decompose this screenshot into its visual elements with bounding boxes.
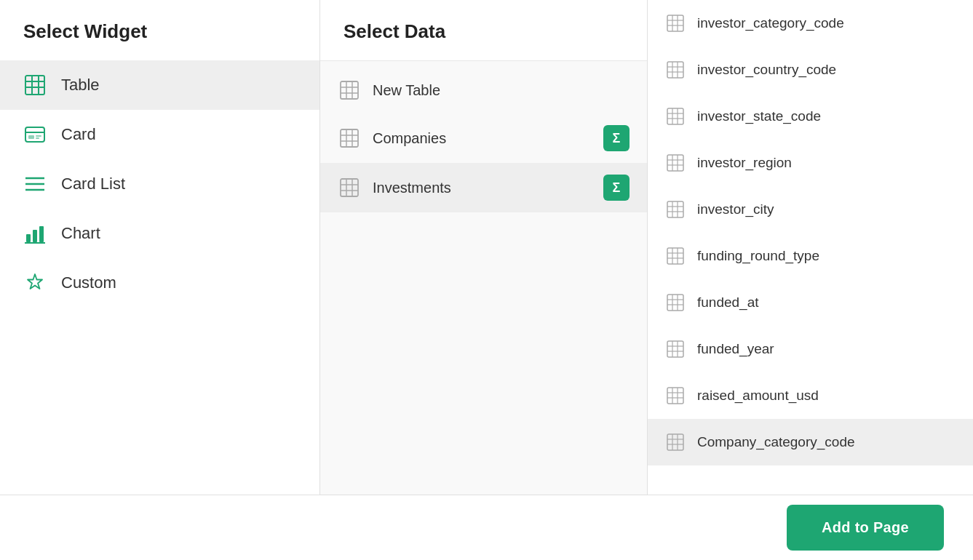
column-label-9: Company_category_code — [697, 434, 855, 450]
svg-rect-14 — [33, 230, 37, 242]
sidebar-item-card[interactable]: Card — [0, 110, 319, 159]
svg-rect-67 — [667, 341, 683, 357]
svg-rect-62 — [667, 295, 683, 311]
svg-rect-5 — [25, 127, 44, 142]
svg-rect-27 — [341, 179, 358, 196]
column-label-1: investor_country_code — [697, 62, 836, 78]
column-label-0: investor_category_code — [697, 15, 844, 31]
column-item-investor-country-code[interactable]: investor_country_code — [648, 47, 973, 93]
bottom-bar: Add to Page — [0, 495, 973, 560]
investments-icon — [338, 176, 361, 199]
column-item-company-category-code[interactable]: Company_category_code — [648, 419, 973, 465]
column-table-icon-2 — [665, 106, 686, 127]
column-table-icon-5 — [665, 246, 686, 266]
sidebar-item-card-label: Card — [61, 125, 96, 144]
svg-rect-8 — [36, 135, 41, 137]
sidebar-item-table-label: Table — [61, 76, 100, 95]
column-item-investor-state-code[interactable]: investor_state_code — [648, 93, 973, 140]
column-table-icon-4 — [665, 199, 686, 220]
data-item-investments-label: Investments — [373, 180, 451, 196]
widget-list: Table Card — [0, 60, 319, 495]
sidebar-item-card-list[interactable]: Card List — [0, 159, 319, 209]
data-panel: Select Data New Table — [320, 0, 648, 495]
svg-rect-77 — [667, 434, 683, 450]
column-label-3: investor_region — [697, 155, 792, 171]
companies-sigma-badge: Σ — [603, 125, 630, 151]
column-label-8: raised_amount_usd — [697, 388, 819, 404]
column-item-investor-category-code[interactable]: investor_category_code — [648, 0, 973, 47]
new-table-icon — [338, 79, 361, 102]
svg-rect-37 — [667, 62, 683, 78]
svg-rect-9 — [36, 137, 39, 139]
columns-panel: investor_category_code investor_country_… — [648, 0, 973, 495]
custom-icon — [23, 271, 47, 295]
column-item-investor-city[interactable]: investor_city — [648, 186, 973, 233]
svg-rect-0 — [25, 76, 44, 95]
column-label-7: funded_year — [697, 341, 774, 357]
card-list-icon — [23, 172, 47, 196]
add-to-page-button[interactable]: Add to Page — [787, 505, 944, 551]
data-list: New Table Companies Σ — [320, 61, 647, 495]
sidebar-item-chart-label: Chart — [61, 224, 100, 243]
svg-rect-57 — [667, 248, 683, 264]
svg-rect-13 — [26, 234, 31, 242]
widget-panel-title: Select Widget — [0, 0, 319, 60]
columns-list: investor_category_code investor_country_… — [648, 0, 973, 495]
svg-rect-47 — [667, 155, 683, 171]
data-item-companies[interactable]: Companies Σ — [320, 113, 647, 163]
column-item-raised-amount[interactable]: raised_amount_usd — [648, 372, 973, 419]
widget-panel: Select Widget Table — [0, 0, 320, 495]
data-item-new-table-label: New Table — [373, 82, 440, 99]
column-table-icon-0 — [665, 13, 686, 33]
card-icon — [23, 123, 47, 146]
sidebar-item-custom[interactable]: Custom — [0, 258, 319, 308]
svg-rect-17 — [341, 81, 358, 99]
svg-rect-72 — [667, 388, 683, 404]
sidebar-item-custom-label: Custom — [61, 273, 116, 292]
data-panel-title: Select Data — [320, 0, 647, 61]
chart-icon — [23, 222, 47, 245]
column-label-6: funded_at — [697, 295, 759, 311]
data-item-new-table[interactable]: New Table — [320, 67, 647, 113]
svg-rect-32 — [667, 15, 683, 31]
column-item-funded-at[interactable]: funded_at — [648, 279, 973, 326]
companies-icon — [338, 127, 361, 150]
svg-rect-42 — [667, 108, 683, 124]
svg-rect-7 — [28, 135, 34, 139]
column-label-2: investor_state_code — [697, 108, 821, 124]
sidebar-item-card-list-label: Card List — [61, 175, 125, 193]
sidebar-item-table[interactable]: Table — [0, 60, 319, 110]
column-table-icon-8 — [665, 385, 686, 406]
table-icon — [23, 73, 47, 97]
column-label-5: funding_round_type — [697, 248, 819, 264]
column-table-icon-3 — [665, 153, 686, 173]
column-table-icon-9 — [665, 432, 686, 452]
data-item-companies-label: Companies — [373, 130, 446, 147]
svg-rect-22 — [341, 129, 358, 147]
column-table-icon-7 — [665, 339, 686, 359]
column-table-icon-6 — [665, 292, 686, 313]
svg-rect-15 — [39, 226, 44, 242]
sidebar-item-chart[interactable]: Chart — [0, 209, 319, 258]
column-item-funded-year[interactable]: funded_year — [648, 326, 973, 372]
svg-rect-52 — [667, 201, 683, 217]
investments-sigma-badge: Σ — [603, 175, 630, 201]
column-table-icon-1 — [665, 60, 686, 80]
column-item-funding-round-type[interactable]: funding_round_type — [648, 233, 973, 279]
data-item-investments[interactable]: Investments Σ — [320, 163, 647, 212]
column-item-investor-region[interactable]: investor_region — [648, 140, 973, 186]
column-label-4: investor_city — [697, 201, 774, 217]
